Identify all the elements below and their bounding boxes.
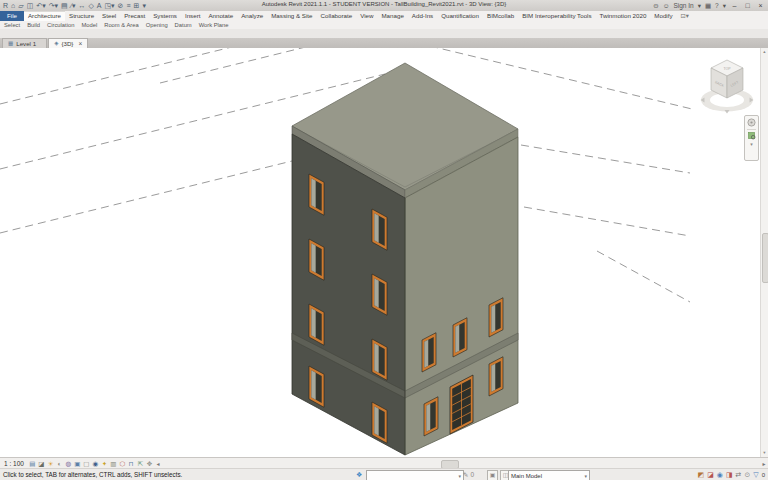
scroll-right-icon[interactable]: ▸ [760,460,768,467]
redo-icon[interactable]: ↷▾ [49,1,58,11]
file-tab[interactable]: File [0,11,24,21]
window-reflection[interactable] [374,343,378,372]
select-pinned-icon[interactable]: ◉ [717,470,723,480]
hide-analytical-icon[interactable]: ⬡ [118,459,127,469]
BIM Interoperability Tools[interactable]: BIM Interoperability Tools [518,11,595,21]
home-icon[interactable]: ⌂ [11,1,15,11]
model-view[interactable] [0,48,761,457]
Twinmotion 2020[interactable]: Twinmotion 2020 [596,11,651,21]
Select[interactable]: Select [4,21,20,29]
temp-hide-isolate-icon[interactable]: ◉ [91,459,100,469]
tag-icon[interactable]: ◇ [88,1,93,11]
displacement-icon[interactable]: ⇱ [136,459,145,469]
Precast[interactable]: Precast [120,11,149,21]
sign-in-button[interactable]: Sign In [673,2,693,9]
shadows-icon[interactable]: ◐ [55,459,64,469]
window-reflection[interactable] [374,213,378,242]
Architecture[interactable]: Architecture [24,11,65,21]
background-process-icon[interactable]: ⊙ [744,470,750,480]
steering-wheel-icon[interactable] [747,118,756,127]
crop-view-icon[interactable]: ▣ [73,459,82,469]
vertical-scroll-thumb[interactable] [762,233,768,283]
minimize-button[interactable]: – [730,2,739,9]
Build[interactable]: Build [27,21,40,29]
Modify[interactable]: Modify [650,11,676,21]
Steel[interactable]: Steel [98,11,120,21]
Add-Ins[interactable]: Add-Ins [408,11,437,21]
window-reflection[interactable] [311,308,315,337]
restore-button[interactable]: □ [743,2,752,9]
app-store-cart-icon[interactable]: ▦ [705,2,711,10]
Analyze[interactable]: Analyze [237,11,267,21]
Model[interactable]: Model [81,21,97,29]
select-links-icon[interactable]: ◩ [698,470,705,480]
help-caret-icon[interactable]: ▾ [723,2,726,10]
undo-icon[interactable]: ↶▾ [36,1,45,11]
qat-customize-icon[interactable]: ▾ [142,1,146,11]
Opening[interactable]: Opening [146,21,168,29]
default-3d-view-icon[interactable]: ◳▾ [104,1,114,11]
grid-line[interactable] [430,48,692,109]
clipboard-icon[interactable]: ⊞ [134,1,140,11]
thin-lines-icon[interactable]: ≡ [126,1,130,11]
worksharing-display-toggle-icon[interactable]: ❖ [356,471,362,479]
worksharing-display-icon[interactable]: ✥ [145,459,154,469]
BIMcollab[interactable]: BIMcollab [483,11,518,21]
search-icon[interactable]: ⊙ [653,2,658,10]
temp-view-properties-icon[interactable]: ▥ [109,459,118,469]
revit-logo-icon[interactable]: R [3,1,8,11]
window-reflection[interactable] [424,340,428,368]
window-reflection[interactable] [491,364,495,392]
drawing-area[interactable]: TOP BACK LEFT ▾ ▴ ▾ [0,48,768,457]
window-reflection[interactable] [374,278,378,307]
compass-south-arrow-icon[interactable] [725,110,730,114]
window-reflection[interactable] [311,178,315,207]
reveal-hidden-icon[interactable]: ✦ [100,459,109,469]
close-view-icon[interactable]: × [78,39,82,48]
viewcube[interactable]: TOP BACK LEFT [699,56,755,114]
Manage[interactable]: Manage [377,11,407,21]
text-icon[interactable]: A [97,1,102,11]
user-icon[interactable]: ☺ [663,2,670,9]
filter-icon[interactable]: ▽ [753,470,758,480]
save-icon[interactable]: ◫ [27,1,34,11]
Room & Area[interactable]: Room & Area [104,21,138,29]
design-options-dropdown[interactable]: Main Model ▾ [508,470,590,480]
measure-icon[interactable]: ∕▾ [71,1,76,11]
select-underlay-icon[interactable]: ◪ [707,470,714,480]
grid-line[interactable] [0,48,240,104]
vertical-scrollbar[interactable]: ▴ ▾ [760,48,768,457]
editable-only-indicator[interactable]: ✎ 0 [463,471,474,479]
scroll-left-icon[interactable]: ◂ [154,460,162,467]
Datum[interactable]: Datum [175,21,192,29]
grid-line[interactable] [0,161,292,233]
window-reflection[interactable] [426,404,430,432]
render-icon[interactable]: ◍ [64,459,73,469]
active-workset-dropdown[interactable]: ▾ [366,470,464,480]
detail-level-icon[interactable]: ▤ [28,459,37,469]
{3D}[interactable]: ◈ {3D} × [48,38,88,48]
window-reflection[interactable] [311,370,315,399]
window-reflection[interactable] [311,243,315,272]
drag-on-selection-icon[interactable]: ⇄ [736,470,742,480]
horizontal-scrollbar[interactable] [163,459,759,468]
active-design-option-icon[interactable]: ▣ [487,470,498,480]
show-crop-icon[interactable]: ▢ [82,459,91,469]
sign-in-caret-icon[interactable]: ▾ [698,2,701,10]
grid-line[interactable] [524,207,690,236]
Systems[interactable]: Systems [149,11,181,21]
scroll-down-icon[interactable]: ▾ [761,449,768,457]
zoom-tool-icon[interactable] [748,132,756,140]
reveal-constraints-icon[interactable]: ⊓ [127,459,136,469]
open-icon[interactable]: ▱ [18,1,23,11]
scale-button[interactable]: 1 : 100 [0,460,28,467]
window-reflection[interactable] [455,325,459,353]
Work Plane[interactable]: Work Plane [199,21,229,29]
navbar-more-icon[interactable]: ▾ [750,142,753,146]
section-icon[interactable]: ⊘ [118,1,124,11]
select-by-face-icon[interactable]: ◨ [726,470,733,480]
aligned-dimension-icon[interactable]: ↔ [78,1,85,11]
Quantification[interactable]: Quantification [437,11,483,21]
window-reflection[interactable] [491,305,495,333]
sun-path-icon[interactable]: ☀ [46,459,55,469]
